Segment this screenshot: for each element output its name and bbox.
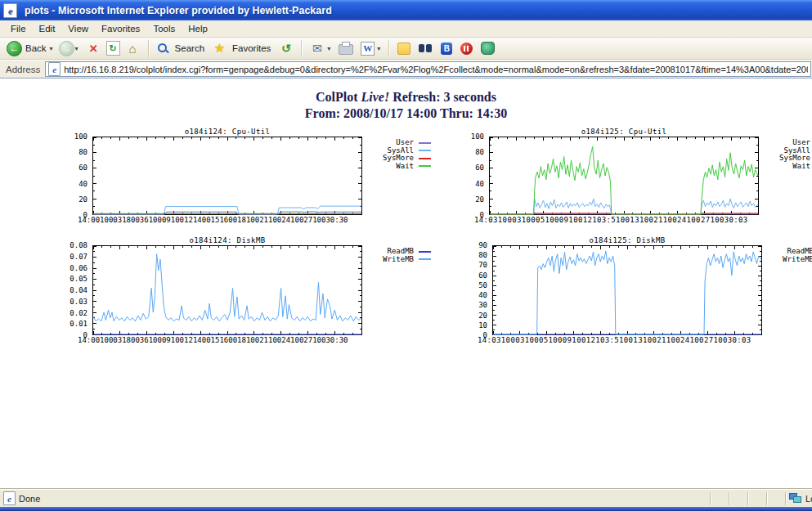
edit-dropdown-caret[interactable]: ▾	[377, 45, 380, 52]
y-tick-label: 60	[455, 272, 487, 279]
x-axis-labels: 14:0310003100051000910012103:51001310021…	[478, 336, 783, 345]
page-title: ColPlot Live! Refresh: 3 seconds From: 2…	[0, 90, 812, 121]
status-pane	[766, 492, 785, 505]
legend: ReadMBWriteMB	[772, 248, 812, 263]
search-label: Search	[175, 43, 204, 53]
menu-tools[interactable]: Tools	[146, 21, 182, 36]
favorites-button[interactable]: ★ Favorites	[209, 41, 275, 56]
legend-item: WriteMB	[772, 256, 812, 264]
search-button[interactable]: Search	[153, 42, 209, 56]
menu-file[interactable]: File	[4, 21, 33, 36]
legend-color-swatch	[419, 142, 431, 144]
menu-view[interactable]: View	[61, 21, 95, 36]
legend-item: Wait	[769, 163, 812, 171]
y-tick-label: 100	[58, 133, 87, 140]
mail-button[interactable]: ✉ ▾	[306, 41, 334, 56]
home-button[interactable]: ⌂	[122, 41, 144, 56]
chart-title: o184i124: DiskMB	[92, 236, 362, 245]
toolbar-separator	[388, 40, 389, 57]
chart-title: o184i124: Cpu-Util	[92, 128, 362, 137]
y-axis-labels: 100806040200	[455, 133, 484, 218]
legend-label: WriteMB	[783, 256, 812, 264]
chart-diskmb-o184i124: o184i124: DiskMB0.080.070.060.050.040.03…	[55, 236, 452, 347]
chart-cpu-util-o184i124: o184i124: Cpu-Util10080604020014:0010003…	[58, 128, 452, 227]
stop-button[interactable]: ✕	[83, 41, 105, 56]
ie-window-icon: e	[3, 3, 17, 18]
chart-title: o184i125: Cpu-Util	[489, 128, 759, 137]
y-tick-label: 60	[455, 164, 484, 171]
status-zone-pane: Local intranet	[785, 492, 812, 505]
stop-icon: ✕	[87, 42, 101, 56]
status-bar: e Done Local intranet	[0, 489, 812, 507]
page-content: ColPlot Live! Refresh: 3 seconds From: 2…	[0, 79, 812, 489]
page-subtitle: From: 2008/10/17 14:00 Thru: 14:30	[0, 106, 812, 121]
back-button[interactable]: ← Back ▾	[5, 40, 57, 57]
messenger-note-button[interactable]	[393, 42, 415, 56]
messenger-button[interactable]	[477, 41, 499, 56]
menu-help[interactable]: Help	[182, 21, 214, 36]
media-pause-button[interactable]	[456, 42, 477, 56]
y-tick-label: 50	[455, 282, 487, 289]
plot-area	[92, 137, 362, 215]
app-name: ColPlot	[316, 90, 358, 104]
mail-dropdown-caret[interactable]: ▾	[327, 45, 330, 52]
history-icon: ↺	[279, 42, 293, 56]
y-tick-label: 10	[455, 322, 487, 329]
status-text: Done	[19, 494, 40, 504]
y-tick-label: 100	[455, 133, 484, 140]
y-tick-label: 40	[455, 292, 487, 298]
research-button[interactable]	[415, 43, 437, 53]
y-axis-labels: 0.080.070.060.050.040.030.020.010	[55, 242, 87, 338]
address-url-text: http://16.16.8.219/colplot/index.cgi?for…	[64, 65, 808, 74]
x-axis-labels: 14:0010003180036100091001214001516001810…	[78, 336, 384, 345]
menu-edit[interactable]: Edit	[33, 21, 62, 36]
title-bar: e plots - Microsoft Internet Explorer pr…	[0, 0, 812, 20]
legend-color-swatch	[419, 158, 431, 159]
bluetooth-button[interactable]: B	[437, 42, 456, 56]
legend-item: WriteMB	[372, 256, 431, 264]
page-title-line1: ColPlot Live! Refresh: 3 seconds	[0, 90, 812, 105]
y-axis-labels: 9080706050403020100	[455, 242, 487, 338]
refresh-label: Refresh: 3 seconds	[393, 90, 496, 104]
legend-label: WriteMB	[383, 256, 414, 264]
forward-button[interactable]: → ▾	[57, 40, 83, 57]
mail-icon: ✉	[310, 42, 324, 56]
y-tick-label: 20	[455, 312, 487, 319]
edit-with-word-button[interactable]: W ▾	[357, 41, 384, 56]
menu-favorites[interactable]: Favorites	[95, 21, 146, 36]
y-axis-labels: 100806040200	[58, 133, 87, 218]
back-dropdown-caret[interactable]: ▾	[50, 45, 53, 52]
address-label: Address	[6, 65, 40, 74]
home-icon: ⌂	[126, 42, 140, 56]
address-input[interactable]: e http://16.16.8.219/colplot/index.cgi?f…	[45, 61, 811, 77]
y-tick-label: 80	[455, 149, 484, 155]
y-tick-label: 0.01	[55, 320, 87, 327]
print-button[interactable]	[334, 42, 357, 56]
bluetooth-icon: B	[441, 43, 452, 55]
y-tick-label: 40	[58, 181, 87, 187]
plot-area	[492, 245, 762, 335]
refresh-button[interactable]: ↻	[105, 40, 122, 56]
legend-item: Wait	[372, 163, 431, 171]
history-button[interactable]: ↺	[275, 41, 297, 56]
y-tick-label: 0.08	[55, 242, 87, 249]
refresh-icon: ↻	[106, 41, 120, 56]
status-zone-label: Local intranet	[805, 494, 812, 504]
y-tick-label: 80	[455, 252, 487, 258]
word-icon: W	[361, 42, 375, 56]
toolbar: ← Back ▾ → ▾ ✕ ↻ ⌂ Search ★ Favorites ↺ …	[0, 38, 812, 60]
y-tick-label: 30	[455, 302, 487, 308]
y-tick-label: 0.06	[55, 265, 87, 271]
y-tick-label: 0.05	[55, 276, 87, 282]
forward-dropdown-caret[interactable]: ▾	[75, 45, 79, 52]
sticky-note-icon	[397, 43, 410, 55]
status-page-icon: e	[3, 491, 16, 505]
toolbar-separator	[301, 40, 302, 57]
forward-icon: →	[59, 41, 74, 56]
y-tick-label: 0.04	[55, 287, 87, 294]
window-border	[0, 507, 812, 511]
favorites-star-icon: ★	[213, 42, 227, 56]
legend-color-swatch	[419, 258, 431, 260]
favorites-label: Favorites	[232, 43, 271, 53]
y-tick-label: 0.07	[55, 253, 87, 260]
